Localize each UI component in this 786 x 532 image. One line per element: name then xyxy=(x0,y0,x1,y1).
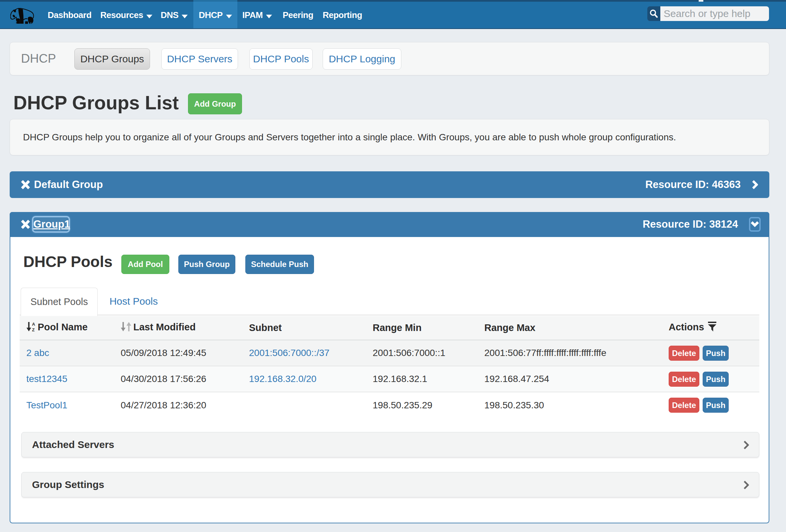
svg-text:A: A xyxy=(32,322,35,327)
svg-text:Z: Z xyxy=(32,327,35,332)
